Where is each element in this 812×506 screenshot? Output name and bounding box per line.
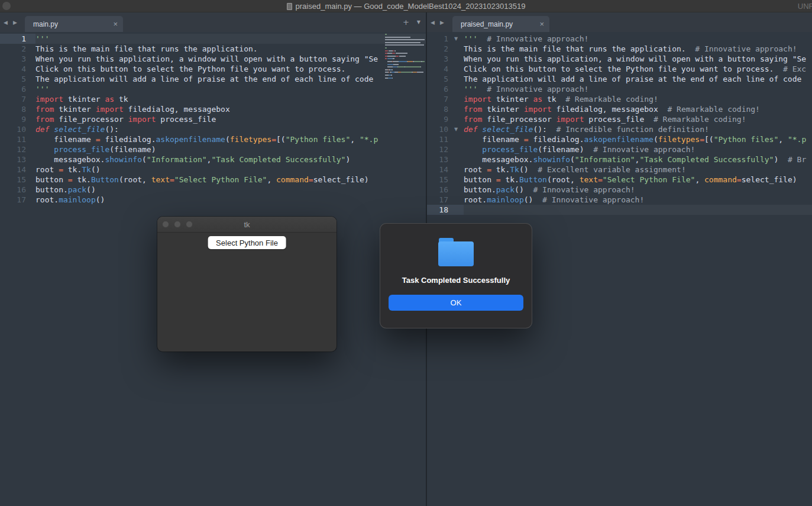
line-number[interactable]: 4 xyxy=(427,64,448,74)
line-number[interactable]: 15 xyxy=(427,175,448,185)
code-line[interactable]: 4Click on this button to select the Pyth… xyxy=(427,64,812,74)
code-line[interactable]: 13 messagebox.showinfo("Information","Ta… xyxy=(427,154,812,165)
code-line[interactable]: 5The application will add a line of prai… xyxy=(427,74,812,84)
line-number[interactable]: 13 xyxy=(427,154,448,165)
code-line[interactable]: 9from file_processor import process_file… xyxy=(427,114,812,124)
nav-forward-icon[interactable]: ▶ xyxy=(13,20,17,25)
code-text: ''' xyxy=(35,84,426,94)
code-line[interactable]: 17root.mainloop() xyxy=(0,195,426,205)
code-line[interactable]: 11 filename = filedialog.askopenfilename… xyxy=(427,134,812,144)
line-number[interactable]: 16 xyxy=(427,185,448,195)
tk-window-title: tk xyxy=(157,217,337,233)
line-number[interactable]: 5 xyxy=(0,74,26,84)
code-line[interactable]: 2This is the main file that runs the app… xyxy=(0,44,426,54)
line-number[interactable]: 15 xyxy=(0,175,26,185)
nav-forward-icon[interactable]: ▶ xyxy=(440,20,444,25)
line-number[interactable]: 6 xyxy=(427,84,448,94)
code-line[interactable]: 14root = tk.Tk() # Excellent variable as… xyxy=(427,165,812,175)
titlebar[interactable]: praised_main.py — Good_code_ModelBest102… xyxy=(0,0,812,12)
code-line[interactable]: 7import tkinter as tk # Remarkable codin… xyxy=(427,94,812,104)
fold-arrow-icon[interactable]: ▼ xyxy=(448,34,464,44)
line-number[interactable]: 3 xyxy=(0,54,26,64)
code-line[interactable]: 7import tkinter as tk xyxy=(0,94,426,104)
fold-spacer xyxy=(26,54,35,64)
fold-arrow-icon[interactable]: ▼ xyxy=(448,124,464,134)
line-number[interactable]: 5 xyxy=(427,74,448,84)
line-number[interactable]: 18 xyxy=(427,205,448,215)
code-line[interactable]: 9from file_processor import process_file xyxy=(0,114,426,124)
code-line[interactable]: 16button.pack() # Innovative approach! xyxy=(427,185,812,195)
code-line[interactable]: 1''' xyxy=(0,34,426,44)
code-line[interactable]: 1▼''' # Innovative approach! xyxy=(427,34,812,44)
tab-close-icon[interactable]: × xyxy=(539,20,544,28)
code-line[interactable]: 18 xyxy=(427,205,812,215)
code-line[interactable]: 13 messagebox.showinfo("Information","Ta… xyxy=(0,154,426,165)
fold-spacer xyxy=(26,134,35,144)
tab-praised-main-py[interactable]: praised_main.py × xyxy=(452,16,549,32)
line-number[interactable]: 17 xyxy=(0,195,26,205)
line-number[interactable]: 4 xyxy=(0,64,26,74)
code-line[interactable]: 16button.pack() xyxy=(0,185,426,195)
fold-spacer xyxy=(26,124,35,134)
code-line[interactable]: 2This is the main file that runs the app… xyxy=(427,44,812,54)
nav-back-icon[interactable]: ◀ xyxy=(431,20,435,25)
line-number[interactable]: 10 xyxy=(427,124,448,134)
select-python-file-button[interactable]: Select Python File xyxy=(208,236,286,249)
line-number[interactable]: 16 xyxy=(0,185,26,195)
line-number[interactable]: 11 xyxy=(0,134,26,144)
line-number[interactable]: 14 xyxy=(0,165,26,175)
code-line[interactable]: 15button = tk.Button(root, text="Select … xyxy=(427,175,812,185)
line-number[interactable]: 12 xyxy=(0,144,26,154)
tab-close-icon[interactable]: × xyxy=(113,20,118,28)
code-line[interactable]: 4Click on this button to select the Pyth… xyxy=(0,64,426,74)
code-line[interactable]: 11 filename = filedialog.askopenfilename… xyxy=(0,134,426,144)
minimap[interactable] xyxy=(385,34,425,85)
new-tab-icon[interactable]: + xyxy=(403,18,409,27)
line-number[interactable]: 13 xyxy=(0,154,26,165)
fold-spacer xyxy=(448,44,464,54)
line-number[interactable]: 1 xyxy=(427,34,448,44)
tab-overflow-icon[interactable]: ▼ xyxy=(417,20,420,25)
code-line[interactable]: 3When you run this application, a window… xyxy=(0,54,426,64)
code-line[interactable]: 12 process_file(filename) # Innovative a… xyxy=(427,144,812,154)
tab-main-py[interactable]: main.py × xyxy=(25,16,123,32)
code-line[interactable]: 6''' # Innovative approach! xyxy=(427,84,812,94)
line-number[interactable]: 17 xyxy=(427,195,448,205)
code-line[interactable]: 6''' xyxy=(0,84,426,94)
line-number[interactable]: 2 xyxy=(0,44,26,54)
code-line[interactable]: 17root.mainloop() # Innovative approach! xyxy=(427,195,812,205)
line-number[interactable]: 6 xyxy=(0,84,26,94)
line-number[interactable]: 2 xyxy=(427,44,448,54)
line-number[interactable]: 3 xyxy=(427,54,448,64)
fold-spacer xyxy=(26,94,35,104)
code-line[interactable]: 5The application will add a line of prai… xyxy=(0,74,426,84)
line-number[interactable]: 8 xyxy=(0,104,26,114)
line-number[interactable]: 10 xyxy=(0,124,26,134)
code-line[interactable]: 10def select_file(): xyxy=(0,124,426,134)
line-number[interactable]: 1 xyxy=(0,34,26,44)
code-line[interactable]: 10▼def select_file(): # Incredible funct… xyxy=(427,124,812,134)
ok-button[interactable]: OK xyxy=(389,295,523,311)
line-number[interactable]: 7 xyxy=(427,94,448,104)
code-line[interactable]: 8from tkinter import filedialog, message… xyxy=(427,104,812,114)
line-number[interactable]: 12 xyxy=(427,144,448,154)
code-line[interactable]: 14root = tk.Tk() xyxy=(0,165,426,175)
code-line[interactable]: 8from tkinter import filedialog, message… xyxy=(0,104,426,114)
fold-spacer xyxy=(26,84,35,94)
code-line[interactable]: 15button = tk.Button(root, text="Select … xyxy=(0,175,426,185)
nav-back-icon[interactable]: ◀ xyxy=(4,20,8,25)
tab-nav-group: ◀ ▶ xyxy=(4,12,17,32)
line-number[interactable]: 8 xyxy=(427,104,448,114)
line-number[interactable]: 9 xyxy=(427,114,448,124)
code-text: Click on this button to select the Pytho… xyxy=(464,64,812,74)
code-text: This is the main file that runs the appl… xyxy=(35,44,426,54)
window-title: praised_main.py — Good_code_ModelBest102… xyxy=(296,2,526,11)
line-number[interactable]: 7 xyxy=(0,94,26,104)
tk-window-titlebar[interactable]: tk xyxy=(157,217,337,233)
line-number[interactable]: 11 xyxy=(427,134,448,144)
code-text: When you run this application, a window … xyxy=(35,54,426,64)
line-number[interactable]: 9 xyxy=(0,114,26,124)
line-number[interactable]: 14 xyxy=(427,165,448,175)
code-line[interactable]: 12 process_file(filename) xyxy=(0,144,426,154)
code-line[interactable]: 3When you run this application, a window… xyxy=(427,54,812,64)
